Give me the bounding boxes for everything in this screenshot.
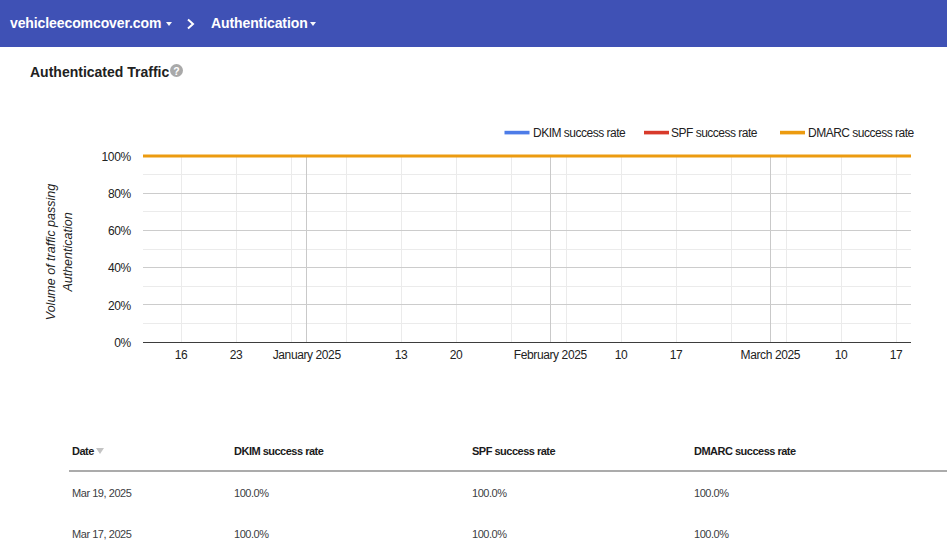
svg-text:17: 17: [670, 348, 683, 362]
svg-text:23: 23: [230, 348, 243, 362]
svg-text:17: 17: [890, 348, 903, 362]
svg-text:Authentication: Authentication: [61, 212, 75, 292]
svg-text:February 2025: February 2025: [514, 348, 588, 362]
svg-text:SPF success rate: SPF success rate: [671, 126, 758, 140]
svg-text:0%: 0%: [114, 336, 131, 350]
svg-text:20%: 20%: [108, 299, 132, 313]
svg-text:40%: 40%: [108, 261, 132, 275]
svg-text:20: 20: [450, 348, 463, 362]
svg-text:80%: 80%: [108, 187, 132, 201]
svg-text:10: 10: [835, 348, 848, 362]
svg-text:Volume of traffic passing: Volume of traffic passing: [44, 184, 58, 320]
svg-text:March 2025: March 2025: [741, 348, 801, 362]
svg-text:16: 16: [175, 348, 188, 362]
svg-text:13: 13: [395, 348, 408, 362]
svg-text:January 2025: January 2025: [273, 348, 342, 362]
svg-text:DKIM success rate: DKIM success rate: [533, 126, 626, 140]
svg-text:10: 10: [615, 348, 628, 362]
svg-text:100%: 100%: [102, 150, 132, 164]
svg-text:60%: 60%: [108, 224, 132, 238]
svg-text:DMARC success rate: DMARC success rate: [808, 126, 915, 140]
